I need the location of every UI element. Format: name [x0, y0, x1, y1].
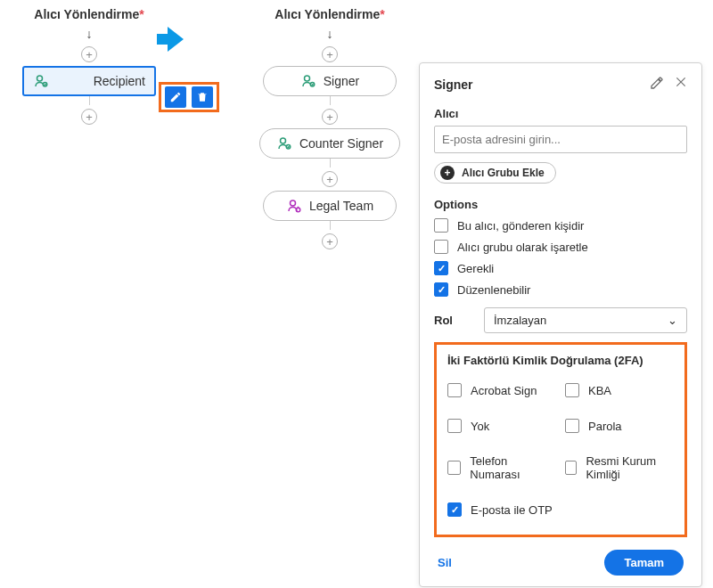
option-sender-checkbox[interactable] — [434, 218, 448, 233]
option-label: Gerekli — [457, 262, 494, 275]
option-editable: Düzenlenebilir — [434, 282, 687, 297]
twofa-email-otp: E-posta ile OTP — [447, 502, 556, 517]
svg-point-0 — [37, 76, 43, 81]
node-label: Counter Signer — [299, 136, 383, 151]
option-mark-group: Alıcı grubu olarak işaretle — [434, 240, 687, 254]
add-node-button[interactable]: + — [322, 233, 338, 249]
flow2-node-signer[interactable]: Signer — [263, 66, 397, 96]
twofa-kba: KBA — [565, 383, 674, 397]
plus-circle-icon: + — [440, 166, 455, 180]
svg-point-7 — [296, 208, 300, 212]
add-recipient-group-button[interactable]: + Alıcı Grubu Ekle — [434, 162, 556, 184]
panel-title: Signer — [434, 78, 473, 92]
recipient-panel: Signer Alıcı + Alıcı Grubu Ekle Options … — [419, 62, 702, 587]
twofa-title: İki Faktörlü Kimlik Doğrulama (2FA) — [447, 354, 674, 367]
connector-line — [330, 221, 331, 230]
connector-line — [330, 159, 331, 167]
option-mark-group-checkbox[interactable] — [434, 240, 448, 254]
twofa-acrobat-sign-checkbox[interactable] — [447, 383, 462, 397]
flow-column-2: Alıcı Yönlendirme* ↓ + Signer + Counter … — [250, 7, 410, 253]
person-icon — [276, 135, 292, 151]
trash-icon — [196, 91, 209, 103]
option-required: Gerekli — [434, 261, 687, 275]
flow2-node-counter-signer[interactable]: Counter Signer — [259, 128, 400, 159]
twofa-label: Yok — [471, 420, 489, 433]
twofa-grid: Acrobat Sign KBA Yok Parola Telefon Numa… — [447, 376, 674, 524]
twofa-password: Parola — [565, 419, 674, 433]
person-icon — [33, 73, 49, 89]
add-node-button[interactable]: + — [322, 171, 338, 187]
twofa-label: KBA — [588, 384, 611, 397]
svg-point-4 — [280, 138, 285, 143]
person-badge-icon — [286, 198, 302, 214]
twofa-phone-checkbox[interactable] — [447, 461, 461, 475]
flow1-title: Alıcı Yönlendirme* — [34, 7, 143, 21]
connector-line — [330, 96, 331, 105]
role-select[interactable]: İmzalayan ⌄ — [484, 307, 687, 333]
panel-footer: Sil Tamam — [434, 550, 687, 576]
panel-header: Signer — [434, 76, 687, 93]
edit-delete-group — [159, 82, 219, 112]
edit-panel-button[interactable] — [650, 76, 664, 93]
close-icon — [675, 76, 687, 88]
twofa-acrobat-sign: Acrobat Sign — [447, 383, 556, 397]
callout-arrow-icon — [157, 27, 187, 52]
add-node-button[interactable]: + — [81, 109, 97, 125]
recipient-email-input[interactable] — [434, 126, 687, 153]
add-group-label: Alıcı Grubu Ekle — [462, 167, 545, 179]
twofa-label: E-posta ile OTP — [471, 503, 553, 517]
twofa-label: Resmi Kurum Kimliği — [586, 454, 674, 481]
option-label: Bu alıcı, gönderen kişidir — [457, 219, 584, 233]
twofa-none-checkbox[interactable] — [447, 419, 462, 433]
connector-line — [89, 96, 90, 105]
role-row: Rol İmzalayan ⌄ — [434, 307, 687, 333]
person-icon — [300, 73, 316, 89]
add-node-button[interactable]: + — [81, 46, 97, 62]
svg-point-2 — [304, 76, 309, 81]
arrow-down-icon: ↓ — [86, 27, 93, 41]
twofa-label: Acrobat Sign — [471, 384, 537, 397]
option-sender: Bu alıcı, gönderen kişidir — [434, 218, 687, 233]
flow-column-1: Alıcı Yönlendirme* ↓ + Recipient + — [9, 7, 169, 128]
chevron-down-icon: ⌄ — [668, 314, 677, 327]
arrow-down-icon: ↓ — [327, 27, 333, 41]
pencil-icon — [169, 91, 182, 103]
edit-node-button[interactable] — [165, 86, 186, 108]
add-node-button[interactable]: + — [322, 46, 338, 62]
twofa-password-checkbox[interactable] — [565, 419, 579, 433]
ok-button[interactable]: Tamam — [604, 550, 684, 576]
node-label: Legal Team — [309, 199, 373, 213]
add-node-button[interactable]: + — [322, 109, 338, 125]
twofa-gov-id-checkbox[interactable] — [565, 461, 577, 475]
pencil-icon — [650, 76, 664, 90]
twofa-label: Telefon Numarası — [470, 454, 556, 481]
delete-node-button[interactable] — [192, 86, 213, 108]
twofa-label: Parola — [588, 420, 622, 433]
flow1-node-recipient[interactable]: Recipient — [22, 66, 156, 96]
twofa-none: Yok — [447, 419, 556, 433]
twofa-gov-id: Resmi Kurum Kimliği — [565, 454, 674, 481]
option-required-checkbox[interactable] — [434, 261, 448, 275]
twofa-kba-checkbox[interactable] — [565, 383, 579, 397]
delete-button[interactable]: Sil — [438, 556, 452, 569]
svg-point-6 — [290, 200, 295, 206]
close-panel-button[interactable] — [675, 76, 687, 93]
node-label: Recipient — [94, 74, 145, 88]
node-label: Signer — [324, 74, 359, 88]
options-section-label: Options — [434, 198, 687, 211]
option-label: Alıcı grubu olarak işaretle — [457, 241, 588, 254]
option-editable-checkbox[interactable] — [434, 282, 448, 297]
flow2-node-legal-team[interactable]: Legal Team — [263, 191, 397, 221]
role-label: Rol — [434, 314, 470, 327]
recipient-section-label: Alıcı — [434, 107, 687, 120]
twofa-phone: Telefon Numarası — [447, 454, 556, 481]
flow2-title: Alıcı Yönlendirme* — [275, 7, 384, 21]
option-label: Düzenlenebilir — [457, 283, 530, 297]
role-value: İmzalayan — [494, 314, 546, 327]
twofa-email-otp-checkbox[interactable] — [447, 502, 462, 517]
panel-header-actions — [650, 76, 687, 93]
twofa-section: İki Faktörlü Kimlik Doğrulama (2FA) Acro… — [434, 342, 687, 537]
